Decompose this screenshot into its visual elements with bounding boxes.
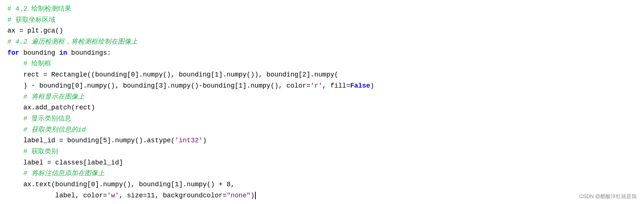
code-line: ) - bounding[0].numpy(), bounding[3].num… xyxy=(7,81,637,92)
code-segment: ax.add_patch(rect) xyxy=(7,104,95,111)
code-segment: in xyxy=(59,49,67,57)
code-segment: , fill= xyxy=(322,82,350,89)
code-segment: 'w' xyxy=(107,192,119,199)
code-line: # 获取类别 xyxy=(7,146,637,157)
code-segment: ax = plt.gca() xyxy=(7,27,63,34)
watermark: CSDN @醋酸洋红就是我 xyxy=(579,192,637,200)
code-line: for bounding in boundings: xyxy=(7,48,637,59)
code-segment: for xyxy=(7,49,23,57)
code-line: # 将框显示在图像上 xyxy=(7,92,637,103)
code-line: # 获取类别信息的id xyxy=(7,125,637,136)
code-segment: label = classes[label_id] xyxy=(7,159,123,166)
code-segment: ) xyxy=(203,137,207,144)
code-line: # 绘制框 xyxy=(7,58,637,69)
code-line: # 显示类别信息 xyxy=(7,113,637,125)
code-line: # 4.2 遍历检测框，将检测框绘制在图像上 xyxy=(7,37,637,48)
code-block: # 4.2 绘制检测结果# 获取坐标区域ax = plt.gca()# 4.2 … xyxy=(7,4,637,201)
code-segment: boundings: xyxy=(67,49,111,57)
code-segment: False xyxy=(350,82,370,89)
code-segment: label, color= xyxy=(7,192,107,199)
code-segment: bounding xyxy=(23,49,59,57)
code-segment: 'r' xyxy=(310,82,322,89)
code-segment: 'int32' xyxy=(175,137,203,144)
code-line: label, color='w', size=11, backgroundcol… xyxy=(7,190,637,201)
code-container: # 4.2 绘制检测结果# 获取坐标区域ax = plt.gca()# 4.2 … xyxy=(0,0,644,204)
code-line: # 4.2 绘制检测结果 xyxy=(7,4,637,15)
code-line: label = classes[label_id] xyxy=(7,157,637,169)
code-line: ax.add_patch(rect) xyxy=(7,102,637,113)
text-cursor xyxy=(255,192,256,199)
code-line: ax = plt.gca() xyxy=(7,26,637,37)
code-segment: , size=11, backgroundcolor= xyxy=(119,192,227,199)
code-segment: ax.text(bounding[0].numpy(), bounding[1]… xyxy=(7,181,235,188)
code-segment: ) xyxy=(370,82,374,89)
code-line: label_id = bounding[5].numpy().astype('i… xyxy=(7,135,637,146)
code-line: # 将标注信息添加在图像上 xyxy=(7,168,637,179)
code-segment: rect = Rectangle((bounding[0].numpy(), b… xyxy=(7,71,338,78)
code-segment: ) xyxy=(251,192,255,199)
code-segment: label_id = bounding[5].numpy().astype( xyxy=(7,137,175,144)
code-segment: ) - bounding[0].numpy(), bounding[3].num… xyxy=(7,82,310,89)
code-segment: "none" xyxy=(227,192,251,199)
code-line: rect = Rectangle((bounding[0].numpy(), b… xyxy=(7,69,637,81)
code-line: # 获取坐标区域 xyxy=(7,15,637,26)
code-line: ax.text(bounding[0].numpy(), bounding[1]… xyxy=(7,179,637,190)
